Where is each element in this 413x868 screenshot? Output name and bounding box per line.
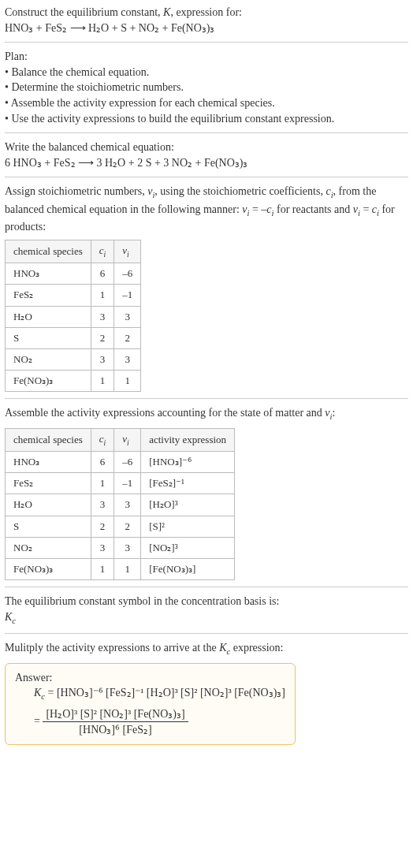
symbol-line1: The equilibrium constant symbol in the c… <box>5 594 408 609</box>
cell-c: 1 <box>91 285 114 306</box>
cell-c: 3 <box>91 537 114 558</box>
multiply-text: Mulitply the activity expressions to arr… <box>5 640 408 658</box>
divider <box>5 132 408 133</box>
cell-v: 3 <box>114 348 141 370</box>
balanced-equation: 6 HNO₃ + FeS₂ ⟶ 3 H₂O + 2 S + 3 NO₂ + Fe… <box>5 155 408 171</box>
assign-text: Assign stoichiometric numbers, νi, using… <box>5 184 408 235</box>
table-row: H₂O33 <box>6 306 141 327</box>
cell-v: –6 <box>114 451 141 472</box>
fraction-denominator: [HNO₃]⁶ [FeS₂] <box>43 722 188 738</box>
divider <box>5 177 408 177</box>
cell-species: H₂O <box>6 494 91 516</box>
cell-c: 1 <box>91 558 114 579</box>
cell-species: FeS₂ <box>6 285 91 306</box>
col-species: chemical species <box>6 240 91 263</box>
col-species: chemical species <box>6 428 91 451</box>
cell-expr: [H₂O]³ <box>141 494 235 516</box>
table-row: HNO₃6–6 <box>6 263 141 285</box>
equals: = <box>34 715 43 727</box>
cell-v: 1 <box>114 371 141 392</box>
cell-expr: [Fe(NO₃)₃] <box>141 558 235 579</box>
fraction: [H₂O]³ [S]² [NO₂]³ [Fe(NO₃)₃] [HNO₃]⁶ [F… <box>43 706 188 738</box>
plan-block: Plan: • Balance the chemical equation. •… <box>5 49 408 126</box>
cell-species: Fe(NO₃)₃ <box>6 558 91 579</box>
divider <box>5 633 408 634</box>
symbol-line2: Kc <box>5 609 408 627</box>
cell-v: 3 <box>114 494 141 516</box>
cell-species: S <box>6 516 91 537</box>
assemble-text: Assemble the activity expressions accoun… <box>5 405 408 423</box>
cell-c: 2 <box>91 327 114 348</box>
title-line1-text: Construct the equilibrium constant, K, e… <box>5 5 408 20</box>
activity-table: chemical species ci νi activity expressi… <box>5 428 235 580</box>
cell-v: 1 <box>114 558 141 579</box>
col-vi: νi <box>114 240 141 263</box>
plan-item: • Use the activity expressions to build … <box>5 111 408 127</box>
cell-species: HNO₃ <box>6 451 91 472</box>
cell-species: FeS₂ <box>6 473 91 494</box>
divider <box>5 42 408 43</box>
table-row: S22 <box>6 327 141 348</box>
table-row: HNO₃6–6[HNO₃]⁻⁶ <box>6 451 235 472</box>
table-row: NO₂33[NO₂]³ <box>6 537 235 558</box>
balanced-block: Write the balanced chemical equation: 6 … <box>5 140 408 170</box>
col-ci: ci <box>91 428 114 451</box>
table-row: Fe(NO₃)₃11 <box>6 371 141 392</box>
cell-v: 3 <box>114 537 141 558</box>
cell-expr: [FeS₂]⁻¹ <box>141 473 235 494</box>
cell-v: 2 <box>114 516 141 537</box>
plan-item: • Balance the chemical equation. <box>5 65 408 80</box>
cell-v: –1 <box>114 473 141 494</box>
problem-statement: Construct the equilibrium constant, K, e… <box>5 5 408 35</box>
symbol-block: The equilibrium constant symbol in the c… <box>5 594 408 627</box>
cell-species: H₂O <box>6 306 91 327</box>
answer-label: Answer: <box>15 670 285 686</box>
cell-c: 1 <box>91 473 114 494</box>
cell-c: 3 <box>91 494 114 516</box>
cell-species: NO₂ <box>6 348 91 370</box>
answer-box: Answer: Kc = [HNO₃]⁻⁶ [FeS₂]⁻¹ [H₂O]³ [S… <box>5 663 296 745</box>
divider <box>5 398 408 399</box>
table-row: S22[S]² <box>6 516 235 537</box>
table-row: Fe(NO₃)₃11[Fe(NO₃)₃] <box>6 558 235 579</box>
cell-v: –6 <box>114 263 141 285</box>
assign-block: Assign stoichiometric numbers, νi, using… <box>5 184 408 392</box>
plan-item: • Assemble the activity expression for e… <box>5 95 408 111</box>
plan-heading: Plan: <box>5 49 408 65</box>
cell-expr: [HNO₃]⁻⁶ <box>141 451 235 472</box>
cell-v: 3 <box>114 306 141 327</box>
assemble-block: Assemble the activity expressions accoun… <box>5 405 408 580</box>
cell-species: HNO₃ <box>6 263 91 285</box>
cell-expr: [NO₂]³ <box>141 537 235 558</box>
cell-c: 3 <box>91 348 114 370</box>
answer-line1: Kc = [HNO₃]⁻⁶ [FeS₂]⁻¹ [H₂O]³ [S]² [NO₂]… <box>15 685 285 702</box>
col-expr: activity expression <box>141 428 235 451</box>
cell-expr: [S]² <box>141 516 235 537</box>
answer-line2: = [H₂O]³ [S]² [NO₂]³ [Fe(NO₃)₃] [HNO₃]⁶ … <box>15 706 285 738</box>
cell-c: 3 <box>91 306 114 327</box>
cell-c: 1 <box>91 371 114 392</box>
cell-c: 6 <box>91 263 114 285</box>
cell-species: NO₂ <box>6 537 91 558</box>
col-vi: νi <box>114 428 141 451</box>
cell-species: Fe(NO₃)₃ <box>6 371 91 392</box>
balanced-heading: Write the balanced chemical equation: <box>5 140 408 155</box>
cell-v: 2 <box>114 327 141 348</box>
cell-c: 6 <box>91 451 114 472</box>
stoich-table: chemical species ci νi HNO₃6–6 FeS₂1–1 H… <box>5 240 141 392</box>
cell-species: S <box>6 327 91 348</box>
table-row: FeS₂1–1[FeS₂]⁻¹ <box>6 473 235 494</box>
title-equation: HNO₃ + FeS₂ ⟶ H₂O + S + NO₂ + Fe(NO₃)₃ <box>5 20 408 36</box>
table-header-row: chemical species ci νi activity expressi… <box>6 428 235 451</box>
multiply-block: Mulitply the activity expressions to arr… <box>5 640 408 745</box>
divider <box>5 587 408 587</box>
table-row: NO₂33 <box>6 348 141 370</box>
cell-v: –1 <box>114 285 141 306</box>
table-row: FeS₂1–1 <box>6 285 141 306</box>
cell-c: 2 <box>91 516 114 537</box>
table-header-row: chemical species ci νi <box>6 240 141 263</box>
plan-item: • Determine the stoichiometric numbers. <box>5 80 408 95</box>
col-ci: ci <box>91 240 114 263</box>
table-row: H₂O33[H₂O]³ <box>6 494 235 516</box>
fraction-numerator: [H₂O]³ [S]² [NO₂]³ [Fe(NO₃)₃] <box>43 706 188 723</box>
